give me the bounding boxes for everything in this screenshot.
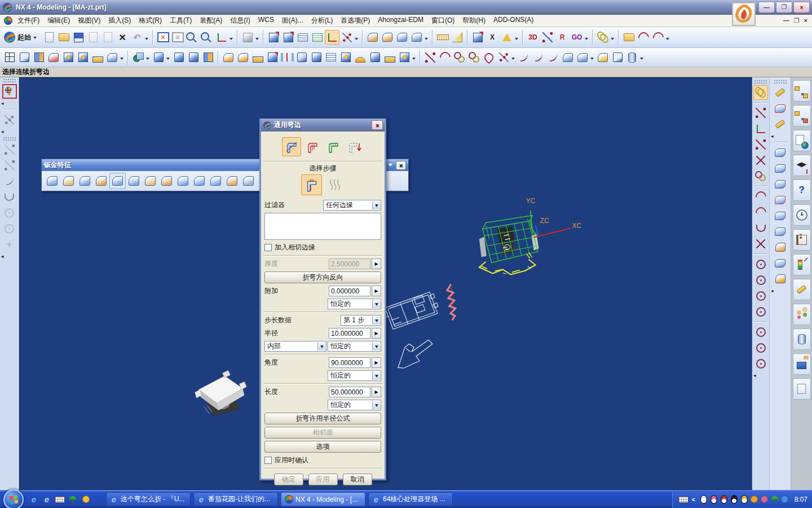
sheet-metal-tab-icon[interactable] — [250, 50, 265, 65]
angle-law-dropdown[interactable]: 恒定的 — [328, 370, 381, 381]
chain-link-icon-dropdown-icon[interactable] — [611, 38, 614, 42]
basic-line-icon[interactable] — [423, 50, 438, 65]
tube-icon-dropdown-icon[interactable] — [640, 58, 643, 62]
selection-filter-icon[interactable] — [2, 84, 17, 99]
step-dropdown[interactable]: 第 1 步 — [341, 315, 381, 326]
save-icon[interactable] — [71, 30, 86, 45]
flange-feature-icon[interactable] — [365, 30, 380, 45]
measure-angle-icon[interactable] — [450, 30, 465, 45]
collaboration-icon[interactable] — [793, 304, 811, 325]
polyline-icon-dropdown-icon[interactable] — [511, 58, 515, 62]
options-button[interactable]: 选项 — [264, 441, 381, 453]
chain-link-icon[interactable] — [595, 30, 610, 45]
menu-item-0[interactable]: 文件(F) — [14, 15, 43, 27]
define-spine-step-icon[interactable] — [324, 174, 345, 195]
jog-sheet-icon[interactable] — [575, 50, 590, 65]
layer-visible-in-view-icon[interactable] — [310, 30, 325, 45]
edit-sheet-icon[interactable] — [773, 117, 788, 132]
datum-plane-icon-dropdown-icon[interactable] — [166, 58, 170, 62]
minimize-button[interactable]: — — [758, 2, 775, 13]
isometric-view-icon[interactable] — [186, 50, 201, 65]
jog-sheet-icon-dropdown-icon[interactable] — [590, 58, 594, 62]
bridge-icon[interactable] — [294, 50, 309, 65]
training-icon[interactable] — [793, 155, 811, 176]
swept-surface-icon[interactable] — [773, 145, 788, 160]
smf-hem-flange-icon[interactable] — [77, 173, 93, 189]
smf-louver-icon[interactable] — [224, 173, 240, 189]
taskbar-task-1[interactable]: e番茄花园-让我们的... — [193, 492, 278, 506]
bounding-box-icon[interactable] — [17, 50, 32, 65]
move-object-icon[interactable] — [266, 30, 281, 45]
parallel-circle-icon[interactable] — [452, 50, 467, 65]
orient-csys-icon[interactable] — [214, 30, 229, 45]
bend-allowance-formula-button[interactable]: 折弯许用半径公式 — [264, 413, 381, 424]
tray-qq-4-icon[interactable] — [729, 493, 739, 506]
selected-edges-list[interactable] — [264, 213, 381, 240]
length-law-dropdown[interactable]: 恒定的 — [328, 400, 381, 410]
split-body-icon[interactable] — [309, 50, 324, 65]
boss-icon[interactable] — [76, 50, 90, 65]
delete-icon[interactable]: × — [115, 30, 130, 45]
studio-spline-icon[interactable] — [546, 50, 561, 65]
smf-bend-icon[interactable] — [142, 173, 158, 189]
taskbar-task-0[interactable]: e这个弯怎么折 - 『U... — [106, 492, 191, 506]
radius-field[interactable] — [329, 328, 370, 339]
smf-toolbar-options-icon[interactable] — [388, 164, 392, 169]
start-menu-button[interactable] — [3, 489, 24, 508]
trimmed-sheet-icon[interactable] — [773, 101, 788, 116]
arc-tool-icon[interactable] — [753, 189, 768, 204]
stamped-sheets-icon[interactable] — [324, 50, 338, 65]
main-model[interactable] — [479, 216, 539, 275]
section-analysis-icon-dropdown-icon[interactable] — [666, 38, 669, 42]
offset-expression-button[interactable]: ▶ — [372, 286, 381, 296]
thickness-expression-button[interactable]: ▶ — [372, 259, 381, 269]
flyout-arrow-icon[interactable]: ◂ — [1, 100, 4, 106]
chain-curve-icon[interactable] — [753, 85, 768, 100]
machining-icon[interactable] — [793, 279, 811, 300]
fold-icon[interactable] — [595, 50, 610, 65]
menu-item-15[interactable]: ADD-ONS(A) — [489, 15, 537, 27]
menu-item-4[interactable]: 格式(R) — [135, 15, 166, 27]
edge-flange-icon[interactable] — [561, 50, 575, 65]
rebend-type-icon[interactable] — [345, 137, 364, 156]
smf-jog-icon[interactable] — [93, 173, 109, 189]
cross-line-icon[interactable] — [753, 153, 768, 168]
toolbar-grip[interactable] — [754, 80, 767, 84]
radius-side-dropdown[interactable]: 内部 — [264, 341, 326, 352]
menu-item-7[interactable]: 信息(I) — [226, 15, 254, 27]
3d-constraint-icon[interactable]: 3D — [526, 30, 540, 45]
tube-icon[interactable] — [625, 50, 639, 65]
sketch-circle-dot-icon[interactable] — [2, 205, 17, 220]
toolbar-grip[interactable] — [774, 80, 787, 84]
contour-flange-icon[interactable] — [221, 50, 236, 65]
snapshot-icon-dropdown-icon[interactable] — [255, 38, 259, 42]
taskbar-task-2[interactable]: NX 4 - Modeling - [... — [281, 492, 365, 506]
key-document-icon[interactable] — [621, 30, 636, 45]
mail-quicklaunch-icon[interactable]: e — [41, 493, 52, 506]
toolbar-grip[interactable] — [3, 137, 16, 141]
restore-button[interactable]: ❐ — [776, 2, 792, 13]
length-field[interactable] — [329, 387, 370, 397]
zoom-window-icon[interactable] — [170, 30, 185, 45]
assembly-navigator-icon[interactable] — [793, 105, 811, 126]
tray-qq-5-icon[interactable] — [739, 493, 749, 506]
copy-icon[interactable] — [86, 30, 100, 45]
pocket-icon-dropdown-icon[interactable] — [120, 58, 123, 62]
circle-radius-dash-icon[interactable] — [753, 304, 768, 319]
boolean-unite-icon[interactable] — [131, 50, 145, 65]
visualization-icon[interactable] — [793, 254, 811, 275]
radius-expression-button[interactable]: ▶ — [372, 328, 381, 339]
history-icon[interactable] — [793, 204, 811, 226]
mdi-restore-button[interactable]: ❐ — [794, 17, 800, 24]
close-button[interactable]: × — [793, 2, 810, 13]
datum-plane-icon[interactable] — [151, 50, 166, 65]
measure-distance-icon[interactable] — [435, 30, 450, 45]
tangent-edges-checkbox[interactable] — [264, 244, 272, 251]
dialog-titlebar[interactable]: 通用弯边 × — [261, 119, 385, 132]
shaded-part[interactable] — [195, 370, 247, 416]
spring-wireframe[interactable] — [447, 284, 456, 320]
menu-item-5[interactable]: 工具(T) — [166, 15, 196, 27]
smf-general-flange-icon[interactable] — [109, 173, 126, 189]
toolbar-grip[interactable] — [3, 78, 16, 82]
double-wall-icon[interactable] — [280, 50, 294, 65]
